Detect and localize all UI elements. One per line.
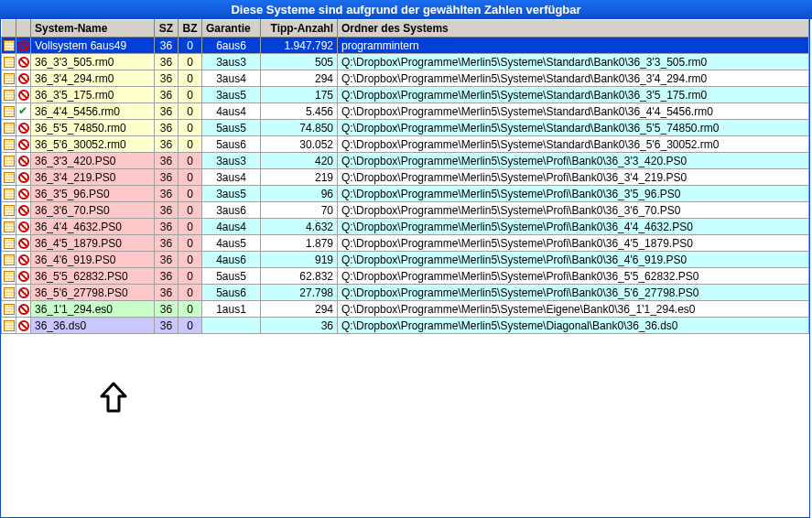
table-row[interactable]: 36_4'4_5456.rm03604aus45.456Q:\Dropbox\P…	[2, 103, 809, 120]
cell-sz: 36	[155, 153, 179, 169]
no-entry-icon	[18, 271, 29, 282]
cell-name: 36_3'5_96.PS0	[31, 186, 155, 202]
cell-name: 36_4'5_1879.PS0	[31, 235, 155, 252]
no-entry-icon	[18, 205, 29, 216]
header-tip[interactable]: Tipp-Anzahl	[261, 20, 338, 38]
cell-bz: 0	[179, 186, 202, 202]
table-row[interactable]: 36_5'6_30052.rm03605aus630.052Q:\Dropbox…	[2, 136, 809, 153]
table-row[interactable]: 36_4'6_919.PS03604aus6919Q:\Dropbox\Prog…	[2, 252, 809, 268]
cell-garantie: 3aus3	[202, 54, 261, 70]
row-status-icon	[16, 186, 31, 202]
row-icon	[2, 70, 16, 87]
cell-ordner: Q:\Dropbox\Programme\Merlin5\Systeme\Eig…	[338, 301, 809, 318]
row-status-icon	[16, 169, 31, 186]
cell-sz: 36	[155, 70, 179, 87]
cell-sz: 36	[155, 301, 179, 318]
no-entry-icon	[18, 238, 29, 249]
cell-sz: 36	[155, 318, 179, 334]
cell-bz: 0	[179, 219, 202, 235]
row-icon	[2, 54, 16, 70]
cell-tipp: 505	[261, 54, 338, 70]
cell-name: 36_3'4_219.PS0	[31, 169, 155, 186]
table-row[interactable]: 36_5'5_74850.rm03605aus574.850Q:\Dropbox…	[2, 120, 809, 136]
header-icon2[interactable]	[16, 20, 31, 38]
header-gar[interactable]: Garantie	[202, 20, 261, 38]
cell-garantie: 1aus1	[202, 301, 261, 318]
no-entry-icon	[18, 320, 29, 331]
table-row[interactable]: 36_36.ds036036Q:\Dropbox\Programme\Merli…	[2, 318, 809, 334]
cell-tipp: 1.879	[261, 235, 338, 252]
no-entry-icon	[18, 40, 29, 51]
cell-tipp: 30.052	[261, 136, 338, 153]
cell-bz: 0	[179, 87, 202, 103]
cell-sz: 36	[155, 103, 179, 120]
systems-table[interactable]: System-Name SZ BZ Garantie Tipp-Anzahl O…	[1, 19, 809, 334]
cell-ordner: Q:\Dropbox\Programme\Merlin5\Systeme\Pro…	[338, 202, 809, 219]
row-icon	[2, 87, 16, 103]
row-status-icon	[16, 70, 31, 87]
title-bar: Diese Systeme sind aufgrund der gewählte…	[0, 0, 812, 19]
notepad-icon	[4, 287, 15, 298]
cell-tipp: 70	[261, 202, 338, 219]
header-name[interactable]: System-Name	[31, 20, 155, 38]
table-row[interactable]: Vollsystem 6aus493606aus61.947.792progra…	[2, 38, 809, 54]
notepad-icon	[4, 90, 15, 101]
cell-name: 36_36.ds0	[31, 318, 155, 334]
cell-tipp: 5.456	[261, 103, 338, 120]
cell-name: 36_4'6_919.PS0	[31, 252, 155, 268]
cell-bz: 0	[179, 120, 202, 136]
cell-name: 36_1'1_294.es0	[31, 301, 155, 318]
table-row[interactable]: 36_3'5_175.rm03603aus5175Q:\Dropbox\Prog…	[2, 87, 809, 103]
checkmark-icon	[18, 106, 29, 117]
cell-bz: 0	[179, 136, 202, 153]
cell-garantie: 3aus4	[202, 70, 261, 87]
cell-ordner: Q:\Dropbox\Programme\Merlin5\Systeme\Dia…	[338, 318, 809, 334]
header-icon1[interactable]	[2, 20, 16, 38]
header-ord[interactable]: Ordner des Systems	[338, 20, 809, 38]
cell-garantie: 4aus4	[202, 219, 261, 235]
arrow-pointer-icon	[98, 382, 129, 413]
table-row[interactable]: 36_1'1_294.es03601aus1294Q:\Dropbox\Prog…	[2, 301, 809, 318]
header-row[interactable]: System-Name SZ BZ Garantie Tipp-Anzahl O…	[2, 20, 809, 38]
table-row[interactable]: 36_3'4_294.rm03603aus4294Q:\Dropbox\Prog…	[2, 70, 809, 87]
cell-bz: 0	[179, 38, 202, 54]
cell-tipp: 919	[261, 252, 338, 268]
cell-garantie: 4aus6	[202, 252, 261, 268]
notepad-icon	[4, 189, 15, 200]
cell-tipp: 4.632	[261, 219, 338, 235]
row-status-icon	[16, 103, 31, 120]
no-entry-icon	[18, 90, 29, 101]
cell-garantie: 5aus6	[202, 136, 261, 153]
cell-tipp: 74.850	[261, 120, 338, 136]
cell-garantie: 5aus5	[202, 120, 261, 136]
table-row[interactable]: 36_5'6_27798.PS03605aus627.798Q:\Dropbox…	[2, 285, 809, 301]
table-row[interactable]: 36_3'3_505.rm03603aus3505Q:\Dropbox\Prog…	[2, 54, 809, 70]
notepad-icon	[4, 123, 15, 134]
cell-bz: 0	[179, 285, 202, 301]
notepad-icon	[4, 156, 15, 167]
row-icon	[2, 285, 16, 301]
table-row[interactable]: 36_3'5_96.PS03603aus596Q:\Dropbox\Progra…	[2, 186, 809, 202]
row-icon	[2, 38, 16, 54]
row-icon	[2, 301, 16, 318]
notepad-icon	[4, 221, 15, 232]
cell-sz: 36	[155, 235, 179, 252]
cell-ordner: Q:\Dropbox\Programme\Merlin5\Systeme\Pro…	[338, 268, 809, 285]
row-icon	[2, 169, 16, 186]
header-sz[interactable]: SZ	[155, 20, 179, 38]
cell-bz: 0	[179, 235, 202, 252]
row-status-icon	[16, 301, 31, 318]
table-row[interactable]: 36_3'6_70.PS03603aus670Q:\Dropbox\Progra…	[2, 202, 809, 219]
table-row[interactable]: 36_4'5_1879.PS03604aus51.879Q:\Dropbox\P…	[2, 235, 809, 252]
table-row[interactable]: 36_5'5_62832.PS03605aus562.832Q:\Dropbox…	[2, 268, 809, 285]
table-row[interactable]: 36_3'4_219.PS03603aus4219Q:\Dropbox\Prog…	[2, 169, 809, 186]
row-status-icon	[16, 54, 31, 70]
table-row[interactable]: 36_3'3_420.PS03603aus3420Q:\Dropbox\Prog…	[2, 153, 809, 169]
notepad-icon	[4, 205, 15, 216]
cell-sz: 36	[155, 252, 179, 268]
no-entry-icon	[18, 139, 29, 150]
header-bz[interactable]: BZ	[179, 20, 202, 38]
table-row[interactable]: 36_4'4_4632.PS03604aus44.632Q:\Dropbox\P…	[2, 219, 809, 235]
cell-sz: 36	[155, 38, 179, 54]
notepad-icon	[4, 139, 15, 150]
